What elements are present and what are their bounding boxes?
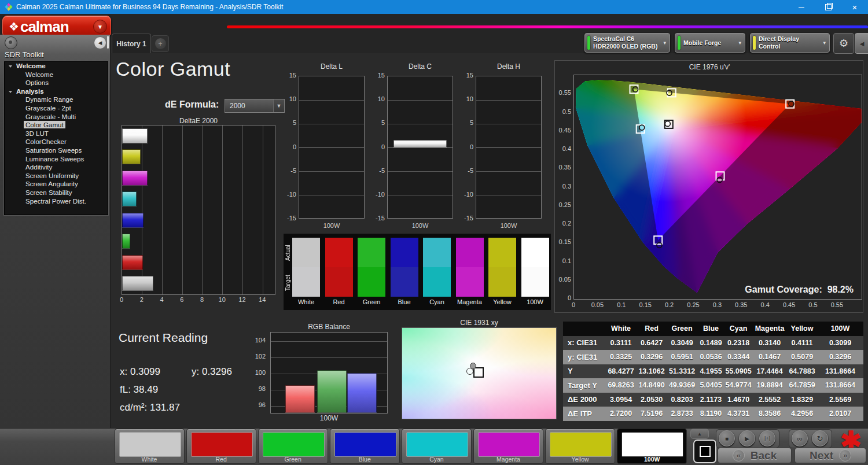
pattern-window-icon	[700, 446, 711, 457]
tab-history-1[interactable]: History 1	[112, 34, 151, 53]
pattern-tile-label: Yellow	[546, 456, 615, 463]
pattern-panel-expand-button[interactable]: ▲	[690, 429, 709, 439]
delta-bar-delta-c	[393, 140, 447, 147]
delta-y-tick: 0	[370, 143, 385, 150]
sidebar-scrollbar[interactable]	[107, 36, 109, 49]
sidebar-item-label: Analysis	[14, 87, 46, 95]
table-cell: 68.4277	[605, 367, 637, 375]
sidebar-item-label: Screen Angularity	[24, 180, 80, 187]
deltae-x-tick: 8	[195, 296, 209, 303]
pattern-tile-cyan[interactable]: Cyan	[402, 429, 472, 464]
play-icon: ▶	[745, 436, 749, 442]
chevron-left-icon: ◀	[98, 40, 102, 46]
table-header-cell: Red	[637, 324, 667, 333]
page-title: Color Gamut	[116, 58, 230, 80]
delta-y-tick: -5	[370, 167, 385, 174]
sidebar-item-3d-lut[interactable]: 3D LUT	[5, 130, 108, 138]
meter-mobile-forge[interactable]: Mobile Forge▾	[675, 33, 745, 53]
add-tab-button[interactable]: +	[152, 35, 169, 52]
pattern-tile-red[interactable]: Red	[186, 429, 256, 464]
gridline	[182, 126, 183, 294]
next-button-label: Next	[810, 449, 833, 462]
comparator-actual-swatch	[423, 238, 451, 267]
reading-x: x: 0.3099	[120, 366, 160, 378]
sidebar-item-color-gamut[interactable]: Color Gamut	[5, 121, 108, 130]
single-measure-button[interactable]: |+|	[759, 430, 775, 446]
delta-y-tick: 5	[370, 119, 385, 126]
sidebar-item-welcome[interactable]: Welcome	[5, 71, 108, 79]
cie-1976-y-tick: 0.25	[555, 201, 571, 208]
stop-button[interactable]: ■	[719, 430, 735, 446]
pattern-tile-green[interactable]: Green	[258, 429, 328, 464]
pattern-tile-white[interactable]: White	[115, 429, 185, 464]
sidebar-item-grayscale-multi[interactable]: Grayscale - Multi	[5, 113, 108, 121]
minimize-button[interactable]	[788, 0, 815, 14]
next-button[interactable]: Next »	[795, 448, 866, 463]
pattern-tile-label: Magenta	[474, 456, 543, 463]
sidebar-item-screen-stability[interactable]: Screen Stability	[5, 189, 108, 197]
meter-spectracal-c6-hdr2000-oled-rgb[interactable]: SpectraCal C6 HDR2000 OLED (RGB)▾	[584, 33, 670, 53]
sidebar-options-button[interactable]	[5, 36, 17, 49]
refresh-button[interactable]: ↻	[812, 430, 828, 446]
table-cell: 0.8203	[667, 396, 697, 404]
comparator-column-100w	[521, 238, 549, 297]
gridline	[476, 147, 541, 148]
close-button[interactable]: ×	[841, 0, 868, 14]
sidebar-collapse-button[interactable]: ◀	[94, 36, 106, 49]
table-cell: 3.0954	[605, 396, 637, 404]
sidebar-item-dynamic-range[interactable]: Dynamic Range	[5, 95, 108, 104]
meter-direct-display-control[interactable]: Direct Display Control▾	[750, 33, 830, 53]
comparator-target-swatch	[391, 267, 418, 297]
target-row-label: Target	[285, 268, 292, 297]
de-formula-select[interactable]: 2000 ▼	[225, 99, 285, 113]
back-button[interactable]: « Back	[718, 448, 792, 463]
table-cell: 0.4111	[787, 339, 817, 347]
sidebar-item-luminance-sweeps[interactable]: Luminance Sweeps	[5, 155, 108, 164]
comparator-column-label: 100W	[519, 298, 551, 305]
sidebar-item-spectral-power-dist[interactable]: Spectral Power Dist.	[5, 197, 108, 206]
sidebar-item-analysis[interactable]: Analysis	[5, 87, 108, 96]
sidebar-item-label: Options	[24, 79, 50, 86]
sidebar-item-saturation-sweeps[interactable]: Saturation Sweeps	[5, 146, 108, 155]
maximize-icon	[825, 4, 832, 10]
maximize-button[interactable]	[815, 0, 841, 14]
gridline	[271, 357, 387, 358]
continuous-measure-button[interactable]: ∞	[792, 430, 808, 446]
table-cell: 0.6427	[637, 339, 667, 347]
sidebar-item-label: Luminance Sweeps	[24, 155, 86, 163]
settings-button[interactable]: ⚙	[833, 33, 854, 54]
sidebar-item-screen-uniformity[interactable]: Screen Uniformity	[5, 172, 108, 180]
table-header-cell: Blue	[697, 324, 724, 333]
sidebar-item-welcome[interactable]: Welcome	[5, 62, 108, 71]
cie-1976-title: CIE 1976 u'v'	[555, 63, 864, 71]
collapse-right-panel-button[interactable]: ◀	[855, 33, 868, 54]
pattern-tile-100w[interactable]: 100W	[617, 429, 687, 464]
sidebar-item-screen-angularity[interactable]: Screen Angularity	[5, 180, 108, 189]
table-row-x-cie31: x: CIE310.31110.64270.30490.14890.23180.…	[563, 336, 863, 350]
deltae-bar-yellow	[122, 149, 141, 164]
delta-chart-plot-delta-l	[299, 76, 365, 219]
table-cell: 0.3296	[817, 353, 863, 361]
sidebar-item-grayscale-2pt[interactable]: Grayscale - 2pt	[5, 104, 108, 113]
sidebar-item-options[interactable]: Options	[5, 79, 108, 87]
cie-1931-title: CIE 1931 xy	[402, 319, 557, 327]
deltae-bar-white	[122, 276, 153, 291]
play-button[interactable]: ▶	[739, 430, 755, 446]
rgb-bar-blue	[347, 373, 377, 413]
pattern-tile-blue[interactable]: Blue	[330, 429, 400, 464]
table-cell: 0.3325	[605, 353, 637, 361]
actual-target-comparator: ActualTargetWhiteRedGreenBlueCyanMagenta…	[284, 234, 551, 310]
deltae-x-tick: 4	[155, 296, 168, 303]
sidebar-item-additivity[interactable]: Additivity	[5, 163, 108, 172]
pattern-tile-yellow[interactable]: Yellow	[545, 429, 615, 464]
sidebar-item-label: Screen Stability	[24, 189, 74, 196]
pattern-tile-magenta[interactable]: Magenta	[473, 429, 543, 464]
rgb-balance-x-label: 100W	[270, 414, 388, 422]
cie-1976-y-tick: 0.15	[555, 238, 571, 245]
deltae-bar-magenta	[122, 171, 148, 186]
delta-y-tick: -10	[370, 191, 385, 198]
comparator-column-blue	[391, 238, 418, 297]
cie-1931-measured-marker	[466, 368, 473, 375]
sidebar-item-colorchecker[interactable]: ColorChecker	[5, 138, 108, 146]
pattern-window-button[interactable]	[693, 440, 716, 463]
